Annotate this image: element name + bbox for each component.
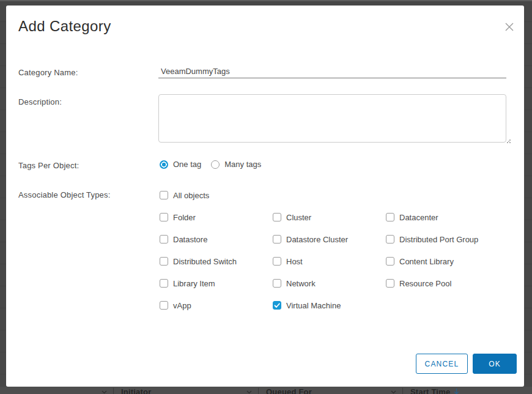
- object-type-checkbox-grid: Folder Cluster Datacenter Datastore Data…: [160, 212, 511, 310]
- checkbox-label-network: Network: [286, 279, 316, 288]
- checkbox-label-library-item: Library Item: [173, 279, 215, 288]
- object-type-option-folder: Folder: [160, 212, 273, 222]
- checkbox-cluster[interactable]: [273, 213, 281, 221]
- category-name-label: Category Name:: [18, 68, 78, 77]
- object-type-option-datacenter: Datacenter: [386, 212, 511, 222]
- checkbox-label-all-objects: All objects: [173, 191, 209, 200]
- close-button[interactable]: [503, 21, 515, 34]
- checkbox-label-folder: Folder: [173, 213, 196, 222]
- background-column-queued-for: Queued For: [246, 388, 312, 394]
- checkbox-label-resource-pool: Resource Pool: [399, 279, 451, 288]
- object-type-option-network: Network: [273, 278, 386, 288]
- checkbox-host[interactable]: [273, 257, 281, 266]
- checkbox-label-datastore-cluster: Datastore Cluster: [286, 235, 348, 244]
- checkbox-label-virtual-machine: Virtual Machine: [286, 301, 341, 310]
- radio-one-tag[interactable]: [160, 160, 168, 169]
- object-type-option-host: Host: [273, 256, 386, 266]
- checkbox-label-distributed-switch: Distributed Switch: [173, 257, 237, 266]
- checkbox-virtual-machine[interactable]: [273, 301, 281, 310]
- checkbox-content-library[interactable]: [386, 257, 394, 266]
- all-objects-option: All objects: [160, 190, 209, 200]
- object-type-option-datastore: Datastore: [160, 234, 273, 244]
- cancel-button[interactable]: CANCEL: [416, 354, 468, 374]
- object-type-option-datastore-cluster: Datastore Cluster: [273, 234, 386, 244]
- object-type-option-distributed-port-group: Distributed Port Group: [386, 234, 511, 244]
- checkbox-datastore-cluster[interactable]: [273, 235, 281, 243]
- object-type-option-distributed-switch: Distributed Switch: [160, 256, 273, 266]
- checkbox-library-item[interactable]: [160, 279, 168, 288]
- background-column-label-start-time: Start Time: [410, 388, 450, 394]
- checkmark-icon: [274, 303, 280, 308]
- column-separator: [113, 388, 114, 394]
- checkbox-folder[interactable]: [160, 213, 168, 221]
- object-type-option-content-library: Content Library: [386, 256, 511, 266]
- resize-grip-icon[interactable]: [509, 142, 511, 143]
- column-separator: [402, 388, 403, 394]
- background-column-start-time: Start Time: [391, 388, 459, 394]
- checkbox-label-vapp: vApp: [173, 301, 191, 310]
- checkbox-datacenter[interactable]: [386, 213, 394, 221]
- background-table-header-row: Initiator Queued For Start Time: [0, 387, 532, 394]
- radio-many-tags[interactable]: [211, 160, 220, 169]
- checkbox-all-objects[interactable]: [160, 191, 168, 199]
- radio-label-one-tag: One tag: [173, 160, 201, 169]
- filter-caret-icon: [391, 390, 396, 394]
- tags-per-object-label: Tags Per Object:: [18, 161, 79, 170]
- background-column-initiator: Initiator: [102, 388, 151, 394]
- filter-caret-icon: [102, 390, 107, 394]
- checkbox-label-datastore: Datastore: [173, 235, 207, 244]
- object-type-option-library-item: Library Item: [160, 278, 273, 288]
- close-icon: [504, 22, 514, 32]
- checkbox-label-distributed-port-group: Distributed Port Group: [399, 235, 478, 244]
- filter-caret-icon: [246, 390, 252, 394]
- object-type-option-vapp: vApp: [160, 300, 273, 310]
- checkbox-datastore[interactable]: [160, 235, 168, 243]
- sort-descending-icon: [454, 388, 459, 394]
- dialog-title: Add Category: [18, 18, 111, 35]
- associable-object-types-label: Associable Object Types:: [18, 190, 111, 199]
- checkbox-network[interactable]: [273, 279, 281, 288]
- description-label: Description:: [18, 97, 62, 106]
- column-separator: [258, 388, 259, 394]
- checkbox-label-cluster: Cluster: [286, 213, 311, 222]
- checkbox-label-host: Host: [286, 257, 303, 266]
- checkbox-distributed-switch[interactable]: [160, 257, 168, 266]
- description-field-wrap: [158, 94, 506, 143]
- object-type-option-resource-pool: Resource Pool: [386, 278, 511, 288]
- checkbox-resource-pool[interactable]: [386, 279, 394, 288]
- background-column-label-queued-for: Queued For: [266, 388, 312, 394]
- checkbox-distributed-port-group[interactable]: [386, 235, 394, 243]
- checkbox-label-datacenter: Datacenter: [399, 213, 438, 222]
- background-column-label-initiator: Initiator: [121, 388, 151, 394]
- radio-label-many-tags: Many tags: [224, 160, 261, 169]
- checkbox-label-content-library: Content Library: [399, 257, 454, 266]
- add-category-dialog: Add Category Category Name: Description:…: [6, 6, 524, 387]
- description-textarea[interactable]: [158, 94, 506, 143]
- object-type-option-cluster: Cluster: [273, 212, 386, 222]
- tags-per-object-radio-group: One tag Many tags: [160, 160, 261, 169]
- object-type-option-virtual-machine: Virtual Machine: [273, 300, 386, 310]
- category-name-input[interactable]: [158, 64, 506, 78]
- checkbox-vapp[interactable]: [160, 301, 168, 310]
- ok-button[interactable]: OK: [473, 354, 517, 374]
